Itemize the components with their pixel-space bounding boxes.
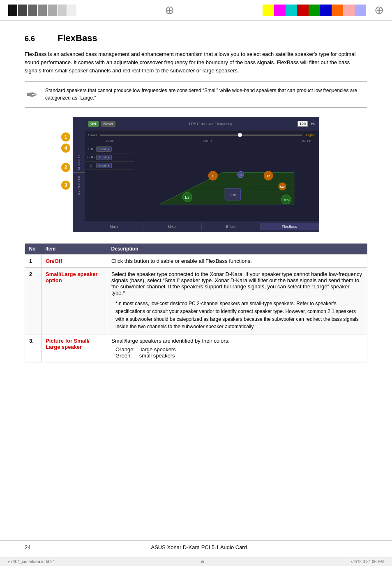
gray-scale-squares [8, 5, 76, 16]
crosshair-left: ⊕ [81, 3, 258, 17]
footer: 24 ASUS Xonar D-Kara PCI 5.1 Audio Card [0, 540, 392, 554]
col-header-desc: Description [107, 244, 367, 255]
meta-left: e7404_xonarkara.indd 24 [8, 559, 55, 564]
speaker-row-lr: L R Small ▼ [85, 145, 134, 153]
sidebar-music-label: MUSIC [77, 152, 81, 172]
swatch-blue [320, 5, 332, 16]
dropdown-arrow-c: ▼ [107, 165, 110, 167]
meta-center-crosshair: ⊕ [55, 559, 350, 564]
ui-hz-unit: Hz [311, 122, 316, 126]
note-icon: ✒ [25, 88, 39, 102]
speaker-type-lr-value: Small [98, 147, 106, 151]
dropdown-arrow-lsrs: ▼ [107, 156, 110, 159]
swatch-green [309, 5, 320, 16]
ui-top-bar: ON Reset LFE Crossover Frequency 120 Hz [85, 117, 319, 130]
row2-desc: Select the speaker type connected to the… [107, 268, 367, 334]
svg-text:L: L [212, 174, 214, 178]
col-header-item: Item [42, 244, 107, 255]
swatch-red [297, 5, 309, 16]
annot-4: 4 [61, 144, 70, 153]
ui-diagram-container: 1 2 3 4 MUSIC KARAOK ON Reset LFE Crosso… [73, 117, 319, 232]
swatch-yellow [263, 5, 274, 16]
gray-sq-5 [48, 5, 57, 16]
row1-no: 1 [25, 255, 42, 268]
color-swatches [263, 5, 366, 16]
ch-label-lsrs: Ls Rs [87, 155, 95, 159]
svg-text:Ls: Ls [185, 195, 189, 199]
swatch-magenta [274, 5, 286, 16]
swatch-pink [343, 5, 355, 16]
ui-lfe-label: LFE Crossover Frequency [126, 122, 295, 126]
row3-item-label: Picture for Small/Large speaker [46, 338, 90, 350]
ui-sidebar: MUSIC KARAOK [73, 117, 85, 232]
meta-bar: e7404_xonarkara.indd 24 ⊕ 7/4/12 3:34:06… [0, 557, 392, 566]
footer-page-number: 24 [25, 544, 30, 550]
ui-lower-label: Lower [88, 133, 97, 137]
col-header-no: No [25, 244, 42, 255]
ui-reset-button[interactable]: Reset [101, 121, 116, 127]
speaker-type-lr[interactable]: Small ▼ [96, 146, 112, 152]
ui-panel: MUSIC KARAOK ON Reset LFE Crossover Freq… [73, 117, 319, 232]
annot-1: 1 [61, 132, 70, 142]
gray-sq-1 [8, 5, 17, 16]
data-table: No Item Description 1 On/Off Click this … [25, 244, 367, 362]
svg-text:SW: SW [280, 186, 284, 188]
row2-no: 2 [25, 268, 42, 334]
speaker-row-lsrs: Ls Rs Small ▼ [85, 153, 134, 162]
ch-label-c: C [87, 164, 95, 167]
row1-desc: Click this button to disable or enable a… [107, 255, 367, 268]
gray-sq-7 [67, 5, 76, 16]
table-row: 3. Picture for Small/Large speaker Small… [25, 334, 367, 362]
row3-desc: Small/large speakers are identified by t… [107, 334, 367, 362]
speaker-type-lsrs[interactable]: Small ▼ [96, 155, 112, 160]
row2-item: Small/Large speaker option [42, 268, 107, 334]
annot-2: 2 [61, 163, 70, 172]
speaker-type-c-value: Small [98, 164, 106, 167]
table-header-row: No Item Description [25, 244, 367, 255]
swatch-orange [332, 5, 343, 16]
gray-sq-4 [38, 5, 47, 16]
svg-text:Rs: Rs [284, 197, 288, 202]
ui-on-button[interactable]: ON [88, 121, 99, 127]
section-heading: 6.6 FlexBass [25, 33, 367, 44]
body-text: FlexBass is an advanced bass management … [25, 50, 367, 75]
row1-item: On/Off [42, 255, 107, 268]
annot-3: 3 [61, 181, 70, 190]
tab-effect[interactable]: Effect [202, 223, 261, 230]
ch-label-lr: L R [87, 147, 95, 151]
footer-center-text: ASUS Xonar D-Kara PCI 5.1 Audio Card [30, 544, 367, 550]
tab-main[interactable]: Main [85, 223, 143, 230]
section-number: 6.6 [25, 35, 45, 43]
sidebar-karaok-label: KARAOK [77, 173, 81, 197]
swatch-lavender [355, 5, 366, 16]
swatch-cyan [286, 5, 297, 16]
speaker-type-c[interactable]: Small ▼ [96, 163, 112, 168]
ui-speaker-options: L R Small ▼ Ls Rs Small ▼ C [85, 145, 134, 170]
tab-flexbass[interactable]: FlexBass [261, 223, 319, 230]
ui-bottom-tabs: Main Mixer Effect FlexBass [85, 221, 319, 232]
main-content: 6.6 FlexBass FlexBass is an advanced bas… [0, 21, 392, 391]
meta-right: 7/4/12 3:34:06 PM [350, 559, 384, 564]
top-registration-bar: ⊕ ⊕ [0, 0, 392, 21]
gray-sq-3 [28, 5, 37, 16]
note-box: ✒ Standard speakers that cannot produce … [25, 81, 367, 108]
row3-item: Picture for Small/Large speaker [42, 334, 107, 362]
row3-no: 3. [25, 334, 42, 362]
crosshair-right: ⊕ [374, 3, 384, 17]
section-title: FlexBass [58, 33, 97, 44]
row1-item-label: On/Off [46, 258, 62, 264]
speaker-row-c: C Small ▼ [85, 162, 134, 170]
ui-hz-value: 120 [297, 121, 308, 127]
note-text: Standard speakers that cannot produce lo… [45, 87, 367, 102]
gray-sq-6 [58, 5, 67, 16]
hz-label-50: 50 Hz [106, 139, 113, 142]
row2-item-label: Small/Large speaker option [46, 271, 97, 283]
svg-text:R: R [267, 174, 270, 178]
table-row: 2 Small/Large speaker option Select the … [25, 268, 367, 334]
svg-text:SUB: SUB [230, 194, 236, 197]
dropdown-arrow-lr: ▼ [107, 148, 110, 151]
tab-mixer[interactable]: Mixer [143, 223, 202, 230]
speaker-type-lsrs-value: Small [98, 155, 106, 159]
gray-sq-2 [18, 5, 27, 16]
ui-3d-room: L R SW Ls Rs SUB [137, 133, 317, 220]
